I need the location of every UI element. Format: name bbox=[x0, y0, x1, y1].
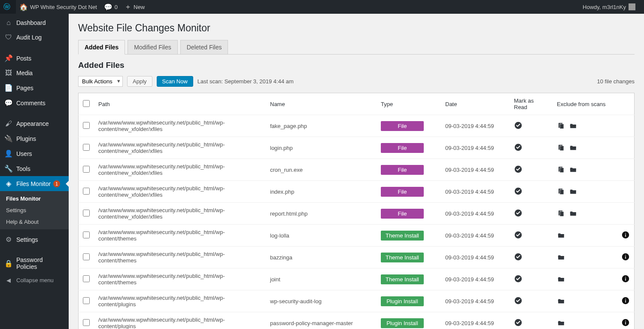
mark-read-icon[interactable] bbox=[514, 187, 522, 195]
scan-now-button[interactable]: Scan Now bbox=[157, 76, 193, 87]
tab-deleted-files[interactable]: Deleted Files bbox=[180, 40, 228, 54]
tab-modified-files[interactable]: Modified Files bbox=[128, 40, 177, 54]
exclude-file-icon[interactable] bbox=[557, 187, 565, 196]
mark-read-icon[interactable] bbox=[514, 318, 522, 327]
type-pill: File bbox=[381, 209, 424, 219]
col-exclude[interactable]: Exclude from scans bbox=[553, 93, 617, 115]
col-date[interactable]: Date bbox=[441, 93, 510, 115]
menu-label: Comments bbox=[16, 100, 46, 107]
changes-count: 10 file changes bbox=[597, 78, 635, 85]
col-mark[interactable]: Mark as Read bbox=[510, 93, 553, 115]
menu-item-pages[interactable]: 📄Pages bbox=[0, 80, 69, 95]
menu-item-appearance[interactable]: 🖌Appearance bbox=[0, 116, 69, 131]
row-checkbox[interactable] bbox=[83, 297, 90, 304]
row-path: /var/www/www.wpwhitesecurity.net/public_… bbox=[98, 207, 225, 220]
row-checkbox[interactable] bbox=[83, 122, 90, 129]
exclude-folder-icon[interactable] bbox=[557, 297, 565, 305]
col-name[interactable]: Name bbox=[266, 93, 377, 115]
page-icon: 📄 bbox=[4, 84, 13, 92]
sliders-icon: ⚙ bbox=[4, 235, 13, 244]
submenu-item-files-monitor[interactable]: Files Monitor bbox=[0, 193, 69, 204]
row-checkbox[interactable] bbox=[83, 210, 90, 216]
mark-read-icon[interactable] bbox=[514, 121, 522, 130]
col-path[interactable]: Path bbox=[94, 93, 266, 115]
type-pill: Plugin Install bbox=[381, 296, 424, 306]
row-checkbox[interactable] bbox=[83, 188, 90, 195]
select-all-checkbox[interactable] bbox=[83, 100, 90, 107]
row-name: fake_page.php bbox=[270, 123, 307, 129]
row-name: password-policy-manager-master bbox=[270, 320, 353, 326]
dashboard-icon: ⌂ bbox=[4, 19, 13, 27]
wp-logo[interactable]: ⓦ bbox=[0, 0, 16, 14]
menu-item-settings[interactable]: ⚙Settings bbox=[0, 232, 69, 247]
menu-item-users[interactable]: 👤Users bbox=[0, 146, 69, 161]
submenu-item-settings[interactable]: Settings bbox=[0, 204, 69, 216]
menu-item-files-monitor[interactable]: ◈Files Monitor1 bbox=[0, 176, 69, 191]
menu-item-posts[interactable]: 📌Posts bbox=[0, 51, 69, 66]
menu-item-comments[interactable]: 💬Comments bbox=[0, 95, 69, 110]
exclude-folder-icon[interactable] bbox=[569, 209, 577, 218]
table-row: /var/www/www.wpwhitesecurity.net/public_… bbox=[79, 115, 635, 137]
exclude-folder-icon[interactable] bbox=[569, 122, 577, 130]
menu-label: Users bbox=[16, 150, 32, 157]
mark-read-icon[interactable] bbox=[514, 274, 522, 283]
comments-count: 0 bbox=[115, 4, 118, 10]
info-icon[interactable] bbox=[621, 296, 630, 305]
row-checkbox[interactable] bbox=[83, 232, 90, 238]
exclude-folder-icon[interactable] bbox=[569, 143, 577, 152]
exclude-folder-icon[interactable] bbox=[557, 253, 565, 262]
mark-read-icon[interactable] bbox=[514, 165, 522, 174]
bulk-actions-wrap: Bulk Actions bbox=[78, 76, 123, 87]
apply-button[interactable]: Apply bbox=[127, 76, 152, 87]
wordpress-icon: ⓦ bbox=[3, 3, 10, 12]
col-type[interactable]: Type bbox=[377, 93, 441, 115]
mark-read-icon[interactable] bbox=[514, 253, 522, 261]
table-row: /var/www/www.wpwhitesecurity.net/public_… bbox=[79, 181, 635, 203]
mark-read-icon[interactable] bbox=[514, 209, 522, 217]
row-checkbox[interactable] bbox=[83, 319, 90, 326]
menu-item-tools[interactable]: 🔧Tools bbox=[0, 161, 69, 176]
exclude-file-icon[interactable] bbox=[557, 209, 565, 218]
menu-item-dashboard[interactable]: ⌂Dashboard bbox=[0, 15, 69, 30]
mark-read-icon[interactable] bbox=[514, 143, 522, 152]
menu-label: Audit Log bbox=[16, 34, 42, 41]
mark-read-icon[interactable] bbox=[514, 231, 522, 239]
exclude-file-icon[interactable] bbox=[557, 143, 565, 152]
menu-item-audit-log[interactable]: 🛡Audit Log bbox=[0, 30, 69, 45]
collapse-label: Collapse menu bbox=[16, 277, 54, 283]
exclude-folder-icon[interactable] bbox=[557, 275, 565, 283]
bulk-actions-select[interactable]: Bulk Actions bbox=[78, 76, 123, 87]
menu-item-plugins[interactable]: 🔌Plugins bbox=[0, 131, 69, 146]
new-link[interactable]: ＋New bbox=[121, 0, 148, 14]
info-icon[interactable] bbox=[621, 274, 630, 283]
info-icon[interactable] bbox=[621, 253, 630, 261]
exclude-folder-icon[interactable] bbox=[569, 165, 577, 174]
mark-read-icon[interactable] bbox=[514, 296, 522, 305]
lock-icon: 🔒 bbox=[4, 259, 13, 268]
comments-link[interactable]: 💬0 bbox=[100, 0, 121, 14]
submenu-item-help-&-about[interactable]: Help & About bbox=[0, 216, 69, 228]
info-icon[interactable] bbox=[621, 231, 630, 239]
row-checkbox[interactable] bbox=[83, 253, 90, 260]
menu-label: Files Monitor bbox=[16, 180, 51, 187]
row-date: 09-03-2019 4:44:59 bbox=[445, 320, 494, 326]
tab-added-files[interactable]: Added Files bbox=[78, 40, 125, 55]
menu-item-password-policies[interactable]: 🔒Password Policies bbox=[0, 253, 69, 274]
exclude-folder-icon[interactable] bbox=[569, 187, 577, 196]
toolbar: Bulk Actions Apply Scan Now Last scan: S… bbox=[78, 76, 635, 87]
exclude-folder-icon[interactable] bbox=[557, 231, 565, 240]
exclude-file-icon[interactable] bbox=[557, 165, 565, 174]
row-path: /var/www/www.wpwhitesecurity.net/public_… bbox=[98, 119, 225, 132]
collapse-menu[interactable]: ◀Collapse menu bbox=[0, 274, 69, 287]
row-checkbox[interactable] bbox=[83, 144, 90, 151]
exclude-folder-icon[interactable] bbox=[557, 319, 565, 327]
brush-icon: 🖌 bbox=[4, 120, 13, 128]
row-checkbox[interactable] bbox=[83, 166, 90, 173]
account-link[interactable]: Howdy, m3rl1nKy bbox=[579, 0, 639, 14]
menu-item-media[interactable]: 🖼Media bbox=[0, 66, 69, 80]
site-link[interactable]: 🏠WP White Security Dot Net bbox=[16, 0, 100, 14]
info-icon[interactable] bbox=[621, 318, 630, 327]
exclude-file-icon[interactable] bbox=[557, 122, 565, 130]
type-pill: Plugin Install bbox=[381, 318, 424, 328]
row-checkbox[interactable] bbox=[83, 275, 90, 282]
